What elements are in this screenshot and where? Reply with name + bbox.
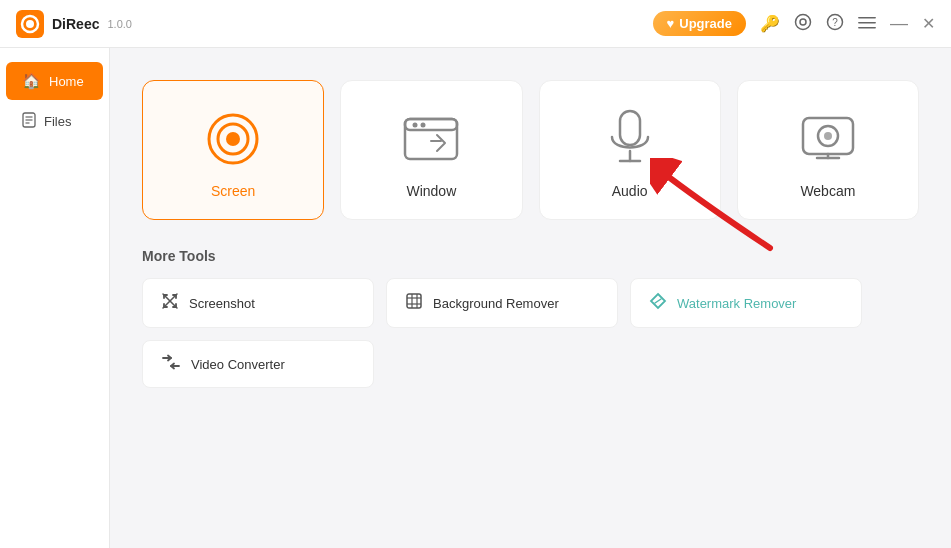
svg-line-37 [655,299,661,303]
key-icon[interactable]: 🔑 [760,14,780,33]
sidebar-item-home[interactable]: 🏠 Home [6,62,103,100]
main-layout: 🏠 Home Files [0,48,951,548]
svg-rect-7 [858,17,876,19]
main-tools-grid: Screen Window [142,80,919,220]
sidebar-item-files[interactable]: Files [6,102,103,141]
more-tool-watermark-remover[interactable]: Watermark Remover [630,278,862,328]
sidebar-home-label: Home [49,74,84,89]
titlebar-right: ♥ Upgrade 🔑 ? — ✕ [653,11,935,36]
upgrade-heart-icon: ♥ [667,16,675,31]
more-tool-video-converter[interactable]: Video Converter [142,340,374,388]
sidebar: 🏠 Home Files [0,48,110,548]
more-tools-grid: Screenshot Background Remover [142,278,862,388]
svg-point-19 [413,123,418,128]
app-logo [16,10,44,38]
video-converter-label: Video Converter [191,357,285,372]
upgrade-button[interactable]: ♥ Upgrade [653,11,746,36]
menu-icon[interactable] [858,15,876,33]
svg-point-4 [800,19,806,25]
webcam-label: Webcam [800,183,855,199]
background-remover-label: Background Remover [433,296,559,311]
files-icon [22,112,36,131]
titlebar-left: DiReec 1.0.0 [16,10,132,38]
watermark-remover-label: Watermark Remover [677,296,796,311]
audio-label: Audio [612,183,648,199]
window-icon [401,109,461,169]
svg-rect-32 [407,294,421,308]
close-button[interactable]: ✕ [922,14,935,33]
svg-text:?: ? [832,17,838,28]
more-tools-title: More Tools [142,248,919,264]
help-icon[interactable]: ? [826,13,844,35]
tool-card-webcam[interactable]: Webcam [737,80,919,220]
svg-point-3 [796,14,811,29]
video-converter-icon [161,354,181,374]
svg-point-2 [26,20,34,28]
tool-card-audio[interactable]: Audio [539,80,721,220]
svg-rect-9 [858,27,876,29]
screenshot-label: Screenshot [189,296,255,311]
svg-point-20 [421,123,426,128]
svg-point-26 [824,132,832,140]
app-name: DiReec [52,16,99,32]
home-icon: 🏠 [22,72,41,90]
minimize-button[interactable]: — [890,13,908,34]
watermark-remover-icon [649,292,667,314]
content-area: Screen Window [110,48,951,548]
titlebar: DiReec 1.0.0 ♥ Upgrade 🔑 ? [0,0,951,48]
sidebar-files-label: Files [44,114,71,129]
svg-rect-21 [620,111,640,145]
tool-card-screen[interactable]: Screen [142,80,324,220]
app-version: 1.0.0 [107,18,131,30]
tool-card-window[interactable]: Window [340,80,522,220]
background-remover-icon [405,292,423,314]
screen-label: Screen [211,183,255,199]
svg-rect-8 [858,22,876,24]
more-tool-background-remover[interactable]: Background Remover [386,278,618,328]
more-tools-section: More Tools Screenshot [142,248,919,388]
upgrade-label: Upgrade [679,16,732,31]
svg-point-16 [226,132,240,146]
webcam-icon [798,109,858,169]
settings-icon[interactable] [794,13,812,35]
screenshot-icon [161,292,179,314]
window-label: Window [406,183,456,199]
audio-icon [600,109,660,169]
screen-icon [203,109,263,169]
more-tool-screenshot[interactable]: Screenshot [142,278,374,328]
